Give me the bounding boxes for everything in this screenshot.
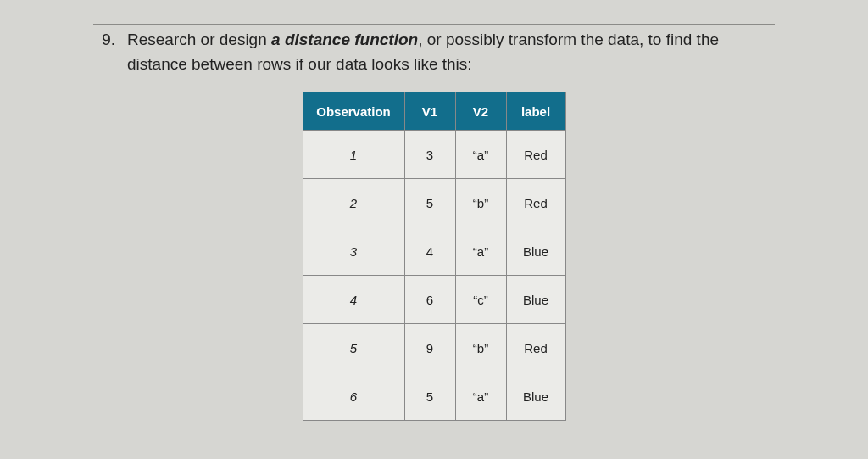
table-row: 3 4 “a” Blue: [303, 227, 565, 276]
question-number: 9.: [93, 28, 115, 76]
cell-label: Blue: [506, 372, 565, 421]
table-row: 6 5 “a” Blue: [303, 372, 565, 421]
cell-v1: 4: [404, 227, 455, 276]
cell-observation: 4: [303, 276, 404, 324]
table-row: 2 5 “b” Red: [303, 179, 565, 227]
table-row: 5 9 “b” Red: [303, 324, 565, 372]
cell-label: Red: [506, 324, 565, 372]
cell-v2: “a”: [455, 131, 506, 179]
cell-v2: “b”: [455, 324, 506, 372]
cell-observation: 6: [303, 372, 404, 421]
header-observation: Observation: [303, 92, 404, 131]
cell-label: Blue: [506, 276, 565, 324]
cell-v2: “a”: [455, 372, 506, 421]
cell-v1: 5: [404, 179, 455, 227]
cell-label: Red: [506, 131, 565, 179]
cell-v1: 3: [404, 131, 455, 179]
question-text-before: Research or design: [127, 31, 271, 48]
cell-label: Red: [506, 179, 565, 227]
table-row: 4 6 “c” Blue: [303, 276, 565, 324]
cell-observation: 3: [303, 227, 404, 276]
cell-v1: 6: [404, 276, 455, 324]
table-header-row: Observation V1 V2 label: [303, 92, 565, 131]
cell-v2: “b”: [455, 179, 506, 227]
header-v1: V1: [404, 92, 455, 131]
question-emphasis: a distance function: [271, 31, 418, 48]
question-text: Research or design a distance function, …: [127, 28, 775, 76]
cell-observation: 5: [303, 324, 404, 372]
cell-observation: 2: [303, 179, 404, 227]
header-label: label: [506, 92, 565, 131]
cell-observation: 1: [303, 131, 404, 179]
cell-v2: “a”: [455, 227, 506, 276]
cell-v2: “c”: [455, 276, 506, 324]
cell-v1: 5: [404, 372, 455, 421]
question-block: 9. Research or design a distance functio…: [93, 28, 775, 76]
header-v2: V2: [455, 92, 506, 131]
cell-v1: 9: [404, 324, 455, 372]
cell-label: Blue: [506, 227, 565, 276]
page: 9. Research or design a distance functio…: [0, 0, 868, 438]
table-row: 1 3 “a” Red: [303, 131, 565, 179]
top-rule: [93, 24, 775, 25]
data-table: Observation V1 V2 label 1 3 “a” Red 2 5 …: [303, 92, 566, 421]
